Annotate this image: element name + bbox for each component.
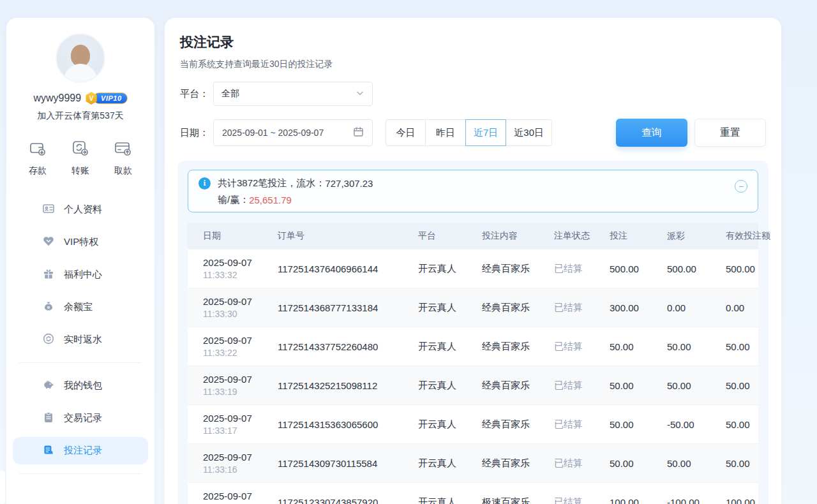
sidebar-item-label: 投注记录 — [64, 445, 102, 457]
deposit-button[interactable]: 存款 — [28, 138, 47, 177]
sidebar-item-label: VIP特权 — [64, 236, 98, 248]
cell-valid: 0.00 — [710, 288, 779, 327]
col-date: 日期 — [188, 223, 262, 249]
sidebar-item-welfare[interactable]: 福利中心 — [13, 261, 148, 288]
sidebar-item-wallet[interactable]: 我的钱包 — [13, 372, 148, 399]
withdraw-button[interactable]: 取款 — [114, 138, 133, 177]
cell-order: 1172514325215098112 — [262, 366, 403, 404]
cell-content: 经典百家乐 — [467, 327, 539, 366]
cell-payout: 50.00 — [652, 327, 710, 366]
reset-button[interactable]: 重置 — [694, 119, 766, 147]
sidebar-item-bet-records[interactable]: 投注记录 — [13, 437, 148, 464]
cell-order: 1172514309730115584 — [262, 444, 403, 482]
cell-platform: 开云真人 — [403, 249, 467, 288]
cell-payout: -50.00 — [652, 405, 710, 443]
sidebar-item-rebate[interactable]: 实时返水 — [13, 326, 148, 353]
summary-turnover-value: 727,307.23 — [325, 178, 373, 189]
bet-records-icon — [42, 443, 55, 458]
sidebar-item-label: 交易记录 — [64, 412, 102, 424]
cell-status: 已结算 — [539, 444, 594, 482]
cell-valid: 100.00 — [710, 483, 779, 504]
cell-content: 经典百家乐 — [467, 366, 539, 404]
date-range-input[interactable]: 2025-09-01 ~ 2025-09-07 — [213, 119, 373, 146]
platform-select-value: 全部 — [221, 88, 239, 100]
col-order: 订单号 — [262, 223, 403, 249]
cell-status: 已结算 — [539, 483, 594, 504]
cell-content: 经典百家乐 — [467, 288, 539, 327]
cell-content: 经典百家乐 — [467, 405, 539, 443]
page-subtitle: 当前系统支持查询最近30日的投注记录 — [180, 59, 766, 70]
col-valid: 有效投注额 — [710, 223, 779, 249]
user-row: wywy9999 V VIP10 — [6, 92, 154, 105]
cell-content: 经典百家乐 — [467, 444, 539, 482]
cell-valid: 50.00 — [710, 444, 779, 482]
bet-records-table: 日期 订单号 平台 投注内容 注单状态 投注 派彩 有效投注额 2025-09-… — [188, 223, 758, 504]
collapse-icon[interactable]: − — [735, 180, 747, 193]
cell-content: 经典百家乐 — [467, 249, 539, 288]
search-button[interactable]: 查询 — [616, 119, 687, 147]
cell-platform: 开云真人 — [403, 327, 467, 366]
sidebar-item-vip[interactable]: VIP特权 — [13, 228, 148, 256]
platform-select[interactable]: 全部 — [213, 82, 373, 106]
avatar[interactable] — [56, 33, 105, 83]
transfer-button[interactable]: 转账 — [71, 138, 90, 177]
sidebar-item-label: 福利中心 — [64, 269, 102, 281]
col-payout: 派彩 — [652, 223, 710, 249]
cell-platform: 开云真人 — [403, 405, 467, 443]
gift-icon — [42, 267, 55, 282]
cell-date: 2025-09-0711:33:32 — [188, 249, 262, 288]
cell-order: 1172514315363065600 — [262, 405, 403, 443]
cell-bet: 50.00 — [594, 444, 652, 482]
cell-bet: 50.00 — [594, 366, 652, 404]
col-bet: 投注 — [594, 223, 652, 249]
date-label: 日期： — [180, 127, 213, 139]
platform-label: 平台： — [180, 88, 213, 100]
table-row: 2025-09-0711:33:30 1172514368777133184 开… — [188, 288, 758, 327]
menu-divider — [19, 362, 142, 363]
cell-platform: 开云真人 — [403, 366, 467, 404]
cell-date: 2025-09-0711:33:19 — [188, 366, 262, 404]
vip-badge: V VIP10 — [85, 92, 127, 105]
sidebar-item-label: 个人资料 — [64, 204, 102, 216]
cell-bet: 50.00 — [594, 405, 652, 443]
cell-valid: 50.00 — [710, 327, 779, 366]
cell-status: 已结算 — [539, 288, 594, 327]
cell-order: 1172514337752260480 — [262, 327, 403, 366]
cell-valid: 50.00 — [710, 366, 779, 404]
range-today-button[interactable]: 今日 — [386, 119, 426, 146]
page-title: 投注记录 — [180, 33, 766, 51]
col-status: 注单状态 — [539, 223, 594, 249]
sidebar-item-transactions[interactable]: 交易记录 — [13, 404, 148, 432]
money-bag-icon — [42, 300, 55, 315]
range-yesterday-button[interactable]: 昨日 — [426, 119, 466, 146]
date-filter-row: 日期： 2025-09-01 ~ 2025-09-07 今日 昨日 近7日 近3… — [180, 119, 766, 147]
cell-date: 2025-09-0711:33:17 — [188, 405, 262, 443]
table-header-row: 日期 订单号 平台 投注内容 注单状态 投注 派彩 有效投注额 — [188, 223, 758, 249]
quick-actions: 存款 转账 取款 — [6, 138, 154, 177]
cell-date: 2025-09-0711:33:16 — [188, 444, 262, 482]
sidebar-item-yuebao[interactable]: 余额宝 — [13, 293, 148, 321]
info-icon: i — [199, 177, 211, 189]
cell-platform: 开云真人 — [403, 288, 467, 327]
sidebar-item-label: 余额宝 — [64, 301, 93, 313]
sidebar: wywy9999 V VIP10 加入开云体育第537天 存款 转账 — [6, 18, 154, 504]
cell-payout: -100.00 — [652, 483, 710, 504]
summary-turnover-label: 共计3872笔投注，流水： — [218, 177, 325, 189]
records-section: i 共计3872笔投注，流水： 727,307.23 输/赢： 25,651.7… — [177, 161, 768, 504]
range-7days-button[interactable]: 近7日 — [465, 119, 506, 146]
cell-status: 已结算 — [539, 366, 594, 404]
id-card-icon — [42, 202, 55, 217]
withdraw-label: 取款 — [114, 165, 132, 177]
cell-payout: 50.00 — [652, 366, 710, 404]
range-30days-button[interactable]: 近30日 — [506, 119, 552, 146]
sidebar-item-label: 我的钱包 — [64, 380, 102, 392]
table-row: 2025-09-0711:33:22 1172514337752260480 开… — [188, 327, 758, 366]
chevron-down-icon — [356, 89, 364, 100]
summary-bar: i 共计3872笔投注，流水： 727,307.23 输/赢： 25,651.7… — [188, 170, 758, 212]
scroll-edge[interactable] — [0, 471, 5, 504]
cell-status: 已结算 — [539, 405, 594, 443]
summary-line-1: i 共计3872笔投注，流水： 727,307.23 — [199, 177, 735, 189]
sidebar-item-profile[interactable]: 个人资料 — [13, 196, 148, 223]
cell-order: 1172514376406966144 — [262, 249, 403, 288]
clipboard-icon — [42, 411, 55, 426]
